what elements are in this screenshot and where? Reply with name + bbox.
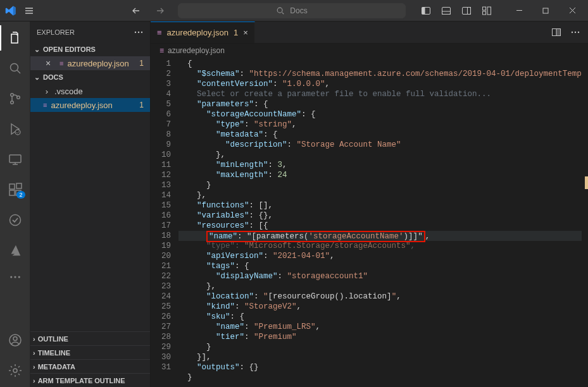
close-icon[interactable]: ×: [243, 28, 248, 37]
svg-rect-3: [442, 7, 451, 14]
file-name: azuredeploy.json: [67, 59, 128, 68]
svg-point-24: [18, 276, 20, 278]
line-gutter: 1234567891011121314151617181920212223242…: [151, 58, 178, 387]
json-file-icon: ≡: [43, 101, 47, 109]
tab-modified-count: 1: [234, 28, 238, 37]
window-minimize-button[interactable]: [506, 0, 532, 22]
chevron-down-icon: ⌄: [33, 73, 41, 82]
split-editor-icon[interactable]: [551, 27, 561, 37]
modified-count: 1: [139, 101, 144, 109]
tab-azuredeploy[interactable]: ≡ azuredeploy.json 1 ×: [151, 22, 255, 43]
customize-layout-icon[interactable]: [479, 3, 494, 18]
tree-file-azuredeploy[interactable]: ≡ azuredeploy.json 1: [30, 98, 150, 112]
command-center-search[interactable]: Docs: [178, 3, 406, 18]
svg-point-23: [14, 276, 16, 278]
search-placeholder: Docs: [290, 6, 307, 15]
section-metadata[interactable]: › METADATA: [30, 359, 150, 373]
svg-rect-4: [442, 11, 451, 15]
toggle-panel-icon[interactable]: [439, 3, 454, 18]
sidebar-more-icon[interactable]: [134, 27, 144, 37]
svg-point-22: [10, 276, 12, 278]
close-icon[interactable]: ×: [46, 58, 56, 68]
window-maximize-button[interactable]: [532, 0, 559, 22]
svg-rect-20: [16, 183, 22, 188]
chevron-right-icon: ›: [33, 377, 35, 384]
svg-rect-17: [9, 184, 15, 189]
activity-source-control[interactable]: [0, 86, 30, 111]
activity-more[interactable]: [0, 268, 30, 286]
chevron-right-icon: ›: [33, 349, 35, 357]
json-file-icon: ≡: [157, 28, 162, 37]
toggle-secondary-sidebar-icon[interactable]: [459, 3, 474, 18]
code-content[interactable]: { "$schema": "https://schema.management.…: [178, 58, 588, 387]
svg-point-21: [9, 215, 20, 226]
svg-point-0: [278, 8, 283, 13]
svg-point-12: [10, 94, 13, 97]
menu-icon[interactable]: [22, 3, 37, 18]
file-name: azuredeploy.json: [51, 101, 112, 110]
svg-rect-5: [463, 7, 471, 14]
svg-point-34: [575, 32, 576, 33]
code-editor[interactable]: 1234567891011121314151617181920212223242…: [151, 58, 588, 387]
activity-accounts[interactable]: [0, 328, 30, 353]
section-outline[interactable]: › OUTLINE: [30, 331, 150, 345]
explorer-sidebar: EXPLORER ⌄ OPEN EDITORS × ≡ azuredeploy.…: [30, 22, 151, 387]
chevron-right-icon: ›: [43, 87, 51, 96]
svg-point-29: [138, 31, 139, 32]
titlebar: Docs: [0, 0, 588, 22]
json-file-icon: ≡: [59, 59, 63, 67]
svg-point-11: [10, 64, 18, 71]
toggle-primary-sidebar-icon[interactable]: [418, 3, 434, 18]
section-timeline[interactable]: › TIMELINE: [30, 345, 150, 359]
search-icon: [276, 6, 285, 15]
json-file-icon: ≡: [160, 46, 164, 55]
chevron-right-icon: ›: [33, 335, 35, 343]
svg-rect-9: [483, 11, 486, 15]
activity-testing[interactable]: [0, 207, 30, 233]
activity-remote[interactable]: [0, 147, 30, 172]
editor-tabs: ≡ azuredeploy.json 1 ×: [151, 22, 588, 44]
activity-search[interactable]: [0, 56, 30, 81]
chevron-down-icon: ⌄: [33, 46, 41, 54]
breadcrumbs[interactable]: ≡ azuredeploy.json: [151, 44, 588, 58]
svg-rect-7: [483, 7, 486, 10]
svg-rect-8: [487, 7, 491, 15]
svg-rect-18: [9, 190, 15, 195]
svg-point-27: [13, 369, 17, 372]
section-folder[interactable]: ⌄ DOCS: [30, 70, 150, 84]
vscode-logo-icon: [5, 5, 16, 16]
svg-rect-6: [468, 7, 471, 14]
nav-back-button[interactable]: [128, 3, 144, 18]
section-arm-outline[interactable]: › ARM TEMPLATE OUTLINE: [30, 373, 150, 387]
svg-rect-2: [422, 7, 425, 14]
svg-point-30: [141, 31, 142, 32]
svg-rect-16: [9, 155, 21, 163]
svg-point-28: [135, 31, 136, 32]
activity-explorer[interactable]: [0, 25, 30, 51]
modified-count: 1: [139, 59, 144, 68]
tab-label: azuredeploy.json: [167, 28, 228, 37]
activity-azure[interactable]: [0, 238, 30, 263]
svg-point-26: [13, 337, 17, 341]
activity-bar: 2: [0, 22, 30, 387]
sidebar-title: EXPLORER: [37, 28, 75, 36]
breadcrumb-item: azuredeploy.json: [168, 46, 225, 55]
more-actions-icon[interactable]: [570, 27, 580, 37]
svg-rect-10: [543, 8, 548, 13]
open-editor-item[interactable]: × ≡ azuredeploy.json 1: [30, 56, 150, 70]
svg-rect-32: [556, 29, 561, 36]
window-close-button[interactable]: [559, 0, 585, 22]
svg-point-13: [10, 101, 13, 104]
minimap[interactable]: [582, 58, 588, 387]
editor-area: ≡ azuredeploy.json 1 × ≡ azuredeploy.jso…: [151, 22, 588, 387]
chevron-right-icon: ›: [33, 363, 35, 371]
svg-point-33: [572, 32, 573, 33]
activity-extensions[interactable]: 2: [0, 177, 30, 202]
extensions-badge: 2: [16, 191, 25, 199]
activity-settings[interactable]: [0, 358, 30, 383]
nav-forward-button[interactable]: [153, 3, 168, 18]
section-open-editors[interactable]: ⌄ OPEN EDITORS: [30, 42, 150, 56]
svg-point-35: [578, 32, 579, 33]
activity-run-debug[interactable]: [0, 116, 30, 142]
folder-vscode[interactable]: › .vscode: [30, 84, 150, 98]
